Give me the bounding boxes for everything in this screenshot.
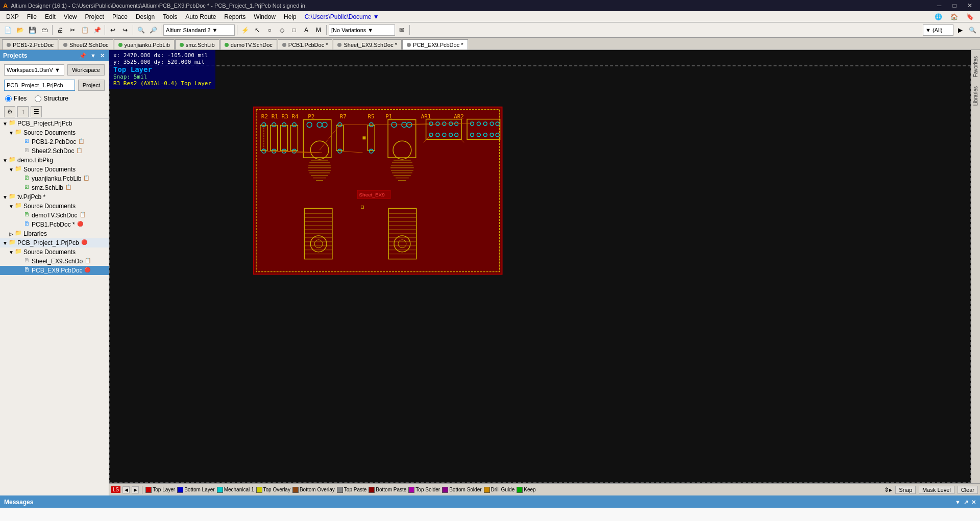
tab-pcbex9[interactable]: PCB_EX9.PcbDoc *	[402, 39, 468, 50]
pcb-canvas[interactable]: x: 2470.000 dx: -105.000 mil y: 3525.000…	[109, 50, 980, 483]
tb-misc3-btn[interactable]: ○	[264, 24, 275, 36]
panel-menu-btn[interactable]: ▼	[89, 53, 97, 59]
messages-close-btn[interactable]: ✕	[971, 499, 976, 506]
tb-new-btn[interactable]: 📄	[2, 24, 13, 36]
tb-rightarrow-btn[interactable]: ▶	[954, 24, 966, 36]
tree-item-pcbproject1[interactable]: ▼ 📁 PCB_Project_1.PrjPcb 🔴	[0, 238, 109, 247]
tree-arrow-srcdocs2[interactable]: ▼	[8, 167, 14, 172]
messages-expand-btn[interactable]: ↗	[964, 499, 968, 506]
workspace-button[interactable]: Workspace	[67, 64, 105, 76]
menu-project[interactable]: Project	[81, 12, 108, 21]
layer-nav-left[interactable]: ◀	[122, 486, 130, 493]
tree-item-sheet2[interactable]: ▷ 🖹 Sheet2.SchDoc 📋	[0, 146, 109, 156]
project-button[interactable]: Project	[78, 80, 105, 91]
menu-design[interactable]: Design	[132, 12, 159, 21]
tree-item-sheetex9[interactable]: ▷ 🖹 Sheet_EX9.SchDo 📋	[0, 257, 109, 266]
tree-item-pcb12[interactable]: ▷ 🖹 PCB1-2.PcbDoc 📋	[0, 137, 109, 146]
tree-item-pcbex9[interactable]: ▷ 🖹 PCB_EX9.PcbDoc 🔴	[0, 266, 109, 275]
tb-standard-dropdown[interactable]: Altium Standard 2 ▼	[163, 24, 235, 36]
tree-item-srcdocs2[interactable]: ▼ 📁 Source Documents	[0, 165, 109, 174]
layer-ls-box[interactable]: LS	[111, 486, 120, 493]
tree-arrow-srcdocs1[interactable]: ▼	[8, 130, 14, 136]
tb-zoomout-btn[interactable]: 🔎	[148, 24, 159, 36]
tree-item-smzschlib[interactable]: ▷ 🖹 smz.SchLib 📋	[0, 183, 109, 192]
tb-open-btn[interactable]: 📂	[14, 24, 26, 36]
tb-email-btn[interactable]: ✉	[396, 24, 407, 36]
workspace-dropdown[interactable]: Workspace1.DsnV ▼	[4, 64, 64, 76]
menu-home-icon[interactable]: 🏠	[946, 12, 962, 21]
radio-structure-input[interactable]	[35, 95, 41, 102]
tree-item-srcdocs4[interactable]: ▼ 📁 Source Documents	[0, 247, 109, 257]
menu-bookmark-icon[interactable]: 🔖	[962, 12, 978, 21]
tree-item-srcdocs1[interactable]: ▼ 📁 Source Documents	[0, 128, 109, 137]
radio-files[interactable]: Files	[5, 95, 27, 102]
layer-keepout[interactable]: Keep	[517, 487, 535, 493]
tb-redo-btn[interactable]: ↪	[119, 24, 131, 36]
tree-arrow-srcdocs4[interactable]: ▼	[8, 250, 14, 255]
tb-zoomin-btn[interactable]: 🔍	[135, 24, 146, 36]
layer-snap-btn[interactable]: Snap	[895, 486, 916, 494]
layer-toplayer[interactable]: Top Layer	[145, 487, 175, 493]
layer-mechanical1[interactable]: Mechanical 1	[217, 487, 254, 493]
tb-misc5-btn[interactable]: □	[288, 24, 300, 36]
tab-demotv[interactable]: demoTV.SchDoc	[220, 39, 277, 49]
tree-item-pcbproject[interactable]: ▼ 📁 PCB_Project.PrjPcb	[0, 119, 109, 128]
panel-close-btn[interactable]: ✕	[99, 53, 106, 59]
menu-path[interactable]: C:\Users\Public\Docume ▼	[301, 12, 383, 21]
layer-nav-right[interactable]: ▶	[132, 486, 139, 493]
tree-item-demolibpkg[interactable]: ▼ 📁 demo.LibPkg	[0, 156, 109, 165]
maximize-button[interactable]: □	[947, 1, 962, 10]
panel-pin-btn[interactable]: 📌	[78, 53, 87, 59]
menu-autoroute[interactable]: Auto Route	[181, 12, 220, 21]
tb-save-btn[interactable]: 💾	[27, 24, 38, 36]
tab-sheet2[interactable]: Sheet2.SchDoc	[59, 39, 113, 49]
title-bar-controls[interactable]: ─ □ ✕	[932, 1, 977, 10]
menu-globe-icon[interactable]: 🌐	[930, 12, 946, 21]
minimize-button[interactable]: ─	[932, 1, 946, 10]
libraries-tab[interactable]: Libraries	[972, 82, 979, 110]
menu-dxp[interactable]: DXP	[2, 12, 23, 21]
tb-variations-dropdown[interactable]: [No Variations ▼	[329, 24, 395, 36]
tb-search-btn[interactable]: 🔍	[967, 24, 978, 36]
tree-item-demotvschdoc[interactable]: ▷ 🖹 demoTV.SchDoc 📋	[0, 211, 109, 220]
tree-item-libraries[interactable]: ▷ 📁 Libraries	[0, 229, 109, 238]
tb-undo-btn[interactable]: ↩	[107, 24, 118, 36]
tb-misc4-btn[interactable]: ◇	[276, 24, 287, 36]
menu-tools[interactable]: Tools	[159, 12, 181, 21]
menu-help[interactable]: Help	[280, 12, 301, 21]
tb-all-dropdown[interactable]: ▼ (All)	[923, 24, 953, 36]
tree-arrow-pcbproject1[interactable]: ▼	[2, 240, 8, 246]
layer-clear-btn[interactable]: Clear	[958, 486, 978, 494]
tab-pcb1[interactable]: PCB1-2.PcbDoc	[2, 39, 58, 49]
tree-item-yuanjianku[interactable]: ▷ 🖹 yuanjianku.PcbLib 📋	[0, 174, 109, 183]
tree-arrow-demolibpkg[interactable]: ▼	[2, 158, 8, 163]
layer-drillguide[interactable]: Drill Guide	[484, 487, 515, 493]
tab-smz[interactable]: smz.SchLib	[175, 39, 219, 49]
tb-copy-btn[interactable]: 📋	[79, 24, 90, 36]
favorites-tab[interactable]: Favorites	[972, 52, 979, 81]
tb-saveall-btn[interactable]: 🗃	[39, 24, 50, 36]
layer-ls-label[interactable]: LS	[111, 486, 120, 493]
layer-bottomlayer[interactable]: Bottom Layer	[177, 487, 214, 493]
layer-topsolder[interactable]: Top Solder	[408, 487, 440, 493]
radio-structure[interactable]: Structure	[35, 95, 68, 102]
close-button[interactable]: ✕	[963, 1, 977, 10]
tree-item-pcb1main[interactable]: ▷ 🖹 PCB1.PcbDoc * 🔴	[0, 220, 109, 229]
menu-view[interactable]: View	[60, 12, 81, 21]
tb-misc1-btn[interactable]: ⚡	[239, 24, 251, 36]
layer-bottomsolder[interactable]: Bottom Solder	[442, 487, 481, 493]
tb-print-btn[interactable]: 🖨	[55, 24, 66, 36]
tb-misc2-btn[interactable]: ↖	[252, 24, 263, 36]
tb-misc7-btn[interactable]: M	[313, 24, 324, 36]
tab-pcb1main[interactable]: PCB1.PcbDoc *	[278, 39, 333, 49]
tree-item-tvprjpcb[interactable]: ▼ 📁 tv.PrjPcb *	[0, 192, 109, 202]
layer-toppaste[interactable]: Top Paste	[337, 487, 366, 493]
tb-cut-btn[interactable]: ✂	[67, 24, 78, 36]
menu-place[interactable]: Place	[108, 12, 132, 21]
menu-edit[interactable]: Edit	[41, 12, 60, 21]
menu-reports[interactable]: Reports	[220, 12, 250, 21]
layer-bottomoverlay[interactable]: Bottom Overlay	[292, 487, 335, 493]
menu-file[interactable]: File	[23, 12, 41, 21]
panel-tb-up-btn[interactable]: ↑	[17, 106, 29, 117]
radio-files-input[interactable]	[5, 95, 12, 102]
